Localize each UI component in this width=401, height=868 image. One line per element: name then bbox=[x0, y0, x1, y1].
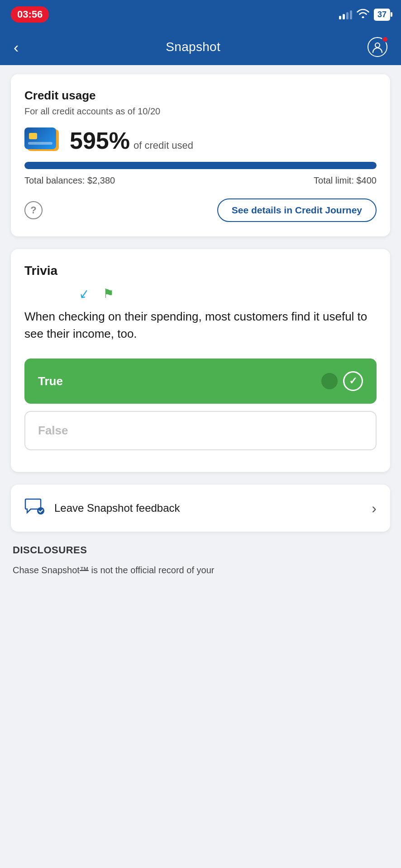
feedback-left: Leave Snapshot feedback bbox=[24, 497, 180, 519]
check-circle-icon: ✓ bbox=[343, 371, 363, 391]
feedback-text: Leave Snapshot feedback bbox=[54, 502, 180, 514]
see-details-button[interactable]: See details in Credit Journey bbox=[217, 198, 377, 222]
false-answer-button[interactable]: False bbox=[24, 411, 377, 450]
toggle-dot bbox=[321, 373, 338, 389]
credit-totals: Total balances: $2,380 Total limit: $400 bbox=[24, 175, 377, 186]
true-answer-button[interactable]: True ✓ bbox=[24, 359, 377, 404]
status-icons: 37 bbox=[339, 8, 390, 21]
trivia-card: Trivia ↙ ⚑ When checking on their spendi… bbox=[11, 249, 390, 472]
page-title: Snapshot bbox=[166, 40, 220, 54]
wifi-icon bbox=[357, 8, 369, 21]
trivia-question: When checking on their spending, most cu… bbox=[24, 308, 377, 342]
status-bar: 03:56 37 bbox=[0, 0, 401, 29]
profile-button[interactable] bbox=[368, 37, 387, 57]
true-btn-indicators: ✓ bbox=[321, 371, 363, 391]
false-label: False bbox=[38, 424, 68, 438]
cursor-decoration-icon: ↙ bbox=[77, 285, 90, 302]
credit-percent-value: 595% bbox=[70, 127, 130, 154]
signal-icon bbox=[339, 9, 352, 19]
true-label: True bbox=[38, 374, 63, 388]
battery-icon: 37 bbox=[374, 9, 390, 21]
credit-card-icon bbox=[24, 127, 61, 154]
feedback-icon bbox=[24, 497, 45, 519]
nav-bar: ‹ Snapshot bbox=[0, 29, 401, 65]
disclosures-text: Chase Snapshot™ is not the official reco… bbox=[13, 563, 388, 577]
credit-usage-card: Credit usage For all credit accounts as … bbox=[11, 74, 390, 236]
svg-point-1 bbox=[37, 507, 44, 514]
flag-decoration-icon: ⚑ bbox=[103, 286, 114, 301]
notification-badge bbox=[382, 36, 388, 42]
back-button[interactable]: ‹ bbox=[14, 38, 19, 56]
chevron-right-icon: › bbox=[372, 500, 377, 517]
credit-usage-subtitle: For all credit accounts as of 10/20 bbox=[24, 106, 377, 117]
credit-percentage-display: 595%of credit used bbox=[70, 129, 193, 152]
credit-usage-row: 595%of credit used bbox=[24, 127, 377, 154]
trivia-title: Trivia bbox=[24, 264, 377, 278]
card-bottom-row: ? See details in Credit Journey bbox=[24, 198, 377, 222]
feedback-card[interactable]: Leave Snapshot feedback › bbox=[11, 485, 390, 532]
disclosures-section: DISCLOSURES Chase Snapshot™ is not the o… bbox=[11, 544, 390, 577]
progress-bar-fill bbox=[24, 162, 377, 169]
credit-usage-title: Credit usage bbox=[24, 89, 377, 103]
status-time: 03:56 bbox=[11, 6, 49, 23]
help-button[interactable]: ? bbox=[24, 201, 43, 219]
total-limit: Total limit: $400 bbox=[314, 175, 377, 186]
disclosures-title: DISCLOSURES bbox=[13, 544, 388, 556]
credit-progress-bar bbox=[24, 162, 377, 169]
trivia-decoration: ↙ ⚑ bbox=[24, 286, 377, 301]
total-balances: Total balances: $2,380 bbox=[24, 175, 115, 186]
main-content: Credit usage For all credit accounts as … bbox=[0, 65, 401, 595]
svg-point-0 bbox=[375, 43, 380, 47]
credit-percent-suffix: of credit used bbox=[134, 140, 193, 151]
